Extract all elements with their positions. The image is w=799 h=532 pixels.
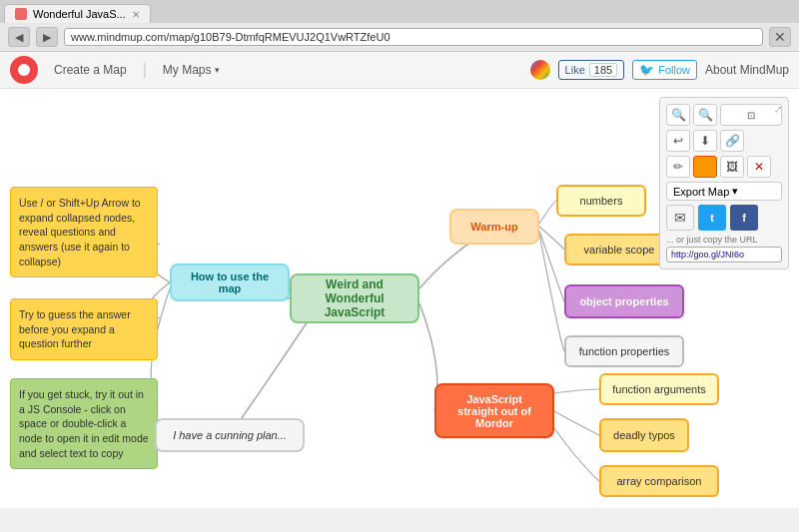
node-numbers[interactable]: numbers xyxy=(556,185,646,217)
my-maps-label: My Maps xyxy=(163,63,212,77)
browser-chrome: Wonderful JavaS... ✕ ◀ ▶ www.mindmup.com… xyxy=(0,0,799,52)
export-map-button[interactable]: Export Map ▾ xyxy=(666,182,782,201)
sticky-note-3: If you get stuck, try it out in a JS Con… xyxy=(10,378,158,469)
address-bar[interactable]: www.mindmup.com/map/g10B79-DtmfqRMEVUJ2Q… xyxy=(64,28,763,46)
undo-button[interactable]: ↩ xyxy=(666,130,690,152)
refresh-button[interactable]: ✕ xyxy=(769,27,791,47)
node-arraycomp-label: array comparison xyxy=(617,475,702,487)
resize-handle[interactable]: ⤢ xyxy=(774,104,782,115)
node-array-comparison[interactable]: array comparison xyxy=(599,465,719,497)
download-button[interactable]: ⬇ xyxy=(693,130,717,152)
like-label: Like xyxy=(565,64,585,76)
node-object-properties[interactable]: object properties xyxy=(564,284,684,318)
image-button[interactable]: 🖼 xyxy=(720,156,744,178)
share-row: ✉ t f xyxy=(666,205,782,231)
url-copy-box[interactable]: http://goo.gl/JNI6o xyxy=(666,247,782,263)
tab-title: Wonderful JavaS... xyxy=(33,8,126,20)
node-cunning-label: I have a cunning plan... xyxy=(173,429,287,441)
share-facebook-button[interactable]: f xyxy=(730,205,758,231)
back-button[interactable]: ◀ xyxy=(8,27,30,47)
sticky-note-3-text: If you get stuck, try it out in a JS Con… xyxy=(19,388,149,459)
like-button[interactable]: Like 185 xyxy=(558,60,625,80)
node-function-properties[interactable]: function properties xyxy=(564,335,684,367)
about-mindmup-link[interactable]: About MindMup xyxy=(705,63,789,77)
app-toolbar: Create a Map | My Maps ▾ Like 185 🐦 Foll… xyxy=(0,52,799,89)
node-warmup[interactable]: Warm-up xyxy=(449,209,539,245)
fit-icon: ⊡ xyxy=(747,110,755,121)
zoom-in-button[interactable]: 🔍 xyxy=(666,104,690,126)
url-label: ... or just copy the URL xyxy=(666,235,782,245)
node-warmup-label: Warm-up xyxy=(470,221,517,233)
export-map-label: Export Map xyxy=(673,186,729,198)
edit-button[interactable]: ✏ xyxy=(666,156,690,178)
sticky-note-1: Use / or Shift+Up Arrow to expand collap… xyxy=(10,187,158,277)
nav-row: ↩ ⬇ 🔗 xyxy=(666,130,782,152)
zoom-out-button[interactable]: 🔍 xyxy=(693,104,717,126)
zoom-row: 🔍 🔍 ⊡ xyxy=(666,104,782,126)
color-button[interactable] xyxy=(693,156,717,178)
zoom-in-icon: 🔍 xyxy=(671,108,686,122)
zoom-out-icon: 🔍 xyxy=(698,108,713,122)
logo-area xyxy=(10,56,38,84)
node-varscope-label: variable scope xyxy=(584,244,655,256)
my-maps-link[interactable]: My Maps ▾ xyxy=(163,63,220,77)
map-toolbar-panel: ⤢ 🔍 🔍 ⊡ ↩ ⬇ 🔗 ✏ 🖼 ✕ Export Map xyxy=(659,97,789,269)
edit-row: ✏ 🖼 ✕ xyxy=(666,156,782,178)
node-how-to-use-map[interactable]: How to use the map xyxy=(170,264,290,301)
tab-bar: Wonderful JavaS... ✕ xyxy=(0,0,799,23)
export-row: Export Map ▾ xyxy=(666,182,782,201)
node-deadly-typos[interactable]: deadly typos xyxy=(599,418,689,452)
node-variable-scope[interactable]: variable scope xyxy=(564,234,674,266)
node-objprop-label: object properties xyxy=(579,295,668,307)
browser-tab[interactable]: Wonderful JavaS... ✕ xyxy=(4,4,151,23)
sticky-note-2-text: Try to guess the answer before you expan… xyxy=(19,308,131,349)
toolbar-right: Like 185 🐦 Follow About MindMup xyxy=(530,60,789,80)
share-email-button[interactable]: ✉ xyxy=(666,205,694,231)
create-map-label: Create a Map xyxy=(54,63,127,77)
node-howto-label: How to use the map xyxy=(182,270,278,294)
node-mordor-label: JavaScript straight out of Mordor xyxy=(446,393,542,429)
close-button[interactable]: ✕ xyxy=(747,156,771,178)
fit-button[interactable]: ⊡ xyxy=(720,104,782,126)
google-plus-icon[interactable] xyxy=(530,60,550,80)
node-central[interactable]: Weird and Wonderful JavaScript xyxy=(290,273,419,323)
follow-label: Follow xyxy=(658,64,690,76)
export-arrow: ▾ xyxy=(732,185,738,198)
node-cunning[interactable]: I have a cunning plan... xyxy=(155,418,305,452)
node-funcargs-label: function arguments xyxy=(612,383,706,395)
app-logo-icon xyxy=(10,56,38,84)
share-twitter-button[interactable]: t xyxy=(698,205,726,231)
sticky-note-1-text: Use / or Shift+Up Arrow to expand collap… xyxy=(19,197,141,267)
like-count: 185 xyxy=(589,63,617,77)
toolbar-separator: | xyxy=(143,61,147,79)
link-button[interactable]: 🔗 xyxy=(720,130,744,152)
mind-map-canvas: Use / or Shift+Up Arrow to expand collap… xyxy=(0,89,799,508)
favicon xyxy=(15,8,27,20)
forward-button[interactable]: ▶ xyxy=(36,27,58,47)
node-central-label: Weird and Wonderful JavaScript xyxy=(302,277,407,319)
my-maps-arrow: ▾ xyxy=(215,65,220,75)
node-mordor[interactable]: JavaScript straight out of Mordor xyxy=(434,383,554,438)
tab-close-button[interactable]: ✕ xyxy=(132,9,140,20)
node-funcprop-label: function properties xyxy=(579,345,670,357)
twitter-icon: 🐦 xyxy=(639,63,654,77)
node-function-arguments[interactable]: function arguments xyxy=(599,373,719,405)
create-map-link[interactable]: Create a Map xyxy=(54,63,127,77)
sticky-note-2: Try to guess the answer before you expan… xyxy=(10,298,158,360)
follow-button[interactable]: 🐦 Follow xyxy=(632,60,697,80)
node-typos-label: deadly typos xyxy=(613,429,675,441)
node-numbers-label: numbers xyxy=(580,195,623,207)
address-bar-row: ◀ ▶ www.mindmup.com/map/g10B79-DtmfqRMEV… xyxy=(0,23,799,51)
